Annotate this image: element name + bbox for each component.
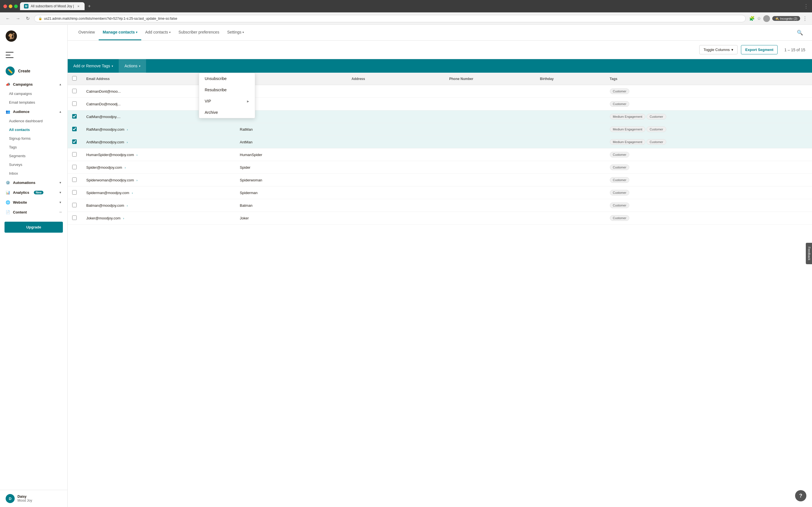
row-birthday (536, 123, 605, 136)
sidebar-item-all-contacts[interactable]: All contacts (0, 125, 67, 134)
table-row: CatmanDo@moodj...Customer (68, 98, 812, 110)
row-name: AntMan (236, 136, 347, 149)
row-tags: Customer (605, 186, 770, 199)
row-checkbox[interactable] (72, 114, 77, 119)
sidebar-item-segments[interactable]: Segments (0, 152, 67, 160)
toggle-columns-label: Toggle Columns (703, 48, 730, 52)
reload-button[interactable]: ↻ (25, 15, 31, 22)
automations-chevron: ▼ (59, 181, 62, 184)
bookmark-icon[interactable]: ☆ (757, 16, 761, 21)
tab-close-button[interactable]: ✕ (76, 4, 81, 8)
website-chevron: ▼ (59, 201, 62, 204)
row-expand-arrow[interactable]: › (122, 217, 124, 220)
sidebar-content-header[interactable]: 📄 Content ··· (0, 207, 67, 217)
nav-manage-contacts[interactable]: Manage contacts ▾ (99, 25, 141, 40)
content-chevron: ··· (59, 211, 62, 214)
select-all-checkbox[interactable] (72, 76, 77, 80)
sidebar-toggle-button[interactable] (0, 47, 67, 62)
audience-label: Audience (13, 110, 30, 114)
sidebar-item-inbox[interactable]: Inbox (0, 169, 67, 178)
search-button[interactable]: 🔍 (795, 27, 805, 38)
tag-badge: Customer (610, 215, 629, 221)
export-segment-button[interactable]: Export Segment (741, 45, 777, 54)
dropdown-item-archive[interactable]: Archive (199, 107, 255, 118)
browser-tab[interactable]: M All subscribers of Mood Joy | ✕ (20, 2, 85, 10)
table-container: Add or Remove Tags ▾ Actions ▾ Unsubscri… (68, 59, 812, 507)
row-checkbox[interactable] (72, 89, 77, 93)
row-phone (445, 98, 536, 110)
table-row: RatMan@moodjoy.com ›RatManMedium Engagem… (68, 123, 812, 136)
row-expand-arrow[interactable]: › (126, 204, 128, 207)
tag-badge: Customer (610, 177, 629, 183)
row-checkbox[interactable] (72, 216, 77, 220)
row-expand-arrow[interactable]: › (124, 166, 126, 169)
nav-add-contacts[interactable]: Add contacts ▾ (141, 25, 174, 40)
dropdown-item-vip[interactable]: VIP ▶ (199, 96, 255, 107)
row-checkbox[interactable] (72, 139, 77, 144)
feedback-tab[interactable]: Feedback (806, 243, 812, 264)
row-birthday (536, 186, 605, 199)
tag-badge: Customer (610, 203, 629, 208)
pagination-info: 1 – 15 of 15 (784, 48, 805, 52)
nav-overview[interactable]: Overview (74, 25, 99, 40)
row-checkbox[interactable] (72, 177, 77, 182)
minimize-window-button[interactable] (9, 4, 12, 8)
sidebar-campaigns-header[interactable]: 📣 Campaigns ▲ (0, 79, 67, 89)
row-extra (770, 123, 812, 136)
sidebar-audience-header[interactable]: 👥 Audience ▲ (0, 107, 67, 117)
sidebar-automations-header[interactable]: ⚙️ Automations ▼ (0, 178, 67, 187)
sidebar-item-signup-forms[interactable]: Signup forms (0, 134, 67, 143)
incognito-icon: 🕵️ (775, 17, 779, 20)
nav-subscriber-preferences[interactable]: Subscriber preferences (174, 25, 223, 40)
profile-icon (763, 15, 770, 22)
new-tab-button[interactable]: + (88, 4, 91, 9)
url-bar[interactable]: 🔒 us21.admin.mailchimp.com/lists/members… (34, 15, 746, 22)
add-remove-tags-button[interactable]: Add or Remove Tags ▾ (68, 59, 119, 73)
toggle-columns-button[interactable]: Toggle Columns ▾ (699, 45, 738, 54)
row-expand-arrow[interactable]: › (126, 128, 128, 131)
row-address (347, 149, 445, 161)
sidebar-website-header[interactable]: 🌐 Website ▼ (0, 198, 67, 207)
sidebar-item-email-templates[interactable]: Email templates (0, 98, 67, 107)
upgrade-button[interactable]: Upgrade (4, 222, 63, 233)
header-address: Address (347, 73, 445, 85)
row-expand-arrow[interactable]: › (136, 153, 138, 157)
row-name: Joker (236, 212, 347, 224)
browser-chrome: M All subscribers of Mood Joy | ✕ + ⋮ (0, 0, 812, 12)
sidebar-item-all-campaigns[interactable]: All campaigns (0, 89, 67, 98)
row-address (347, 174, 445, 186)
help-button[interactable]: ? (795, 490, 806, 501)
browser-menu-dots[interactable]: ⋮ (802, 15, 808, 22)
row-expand-arrow[interactable]: › (126, 140, 128, 144)
row-checkbox[interactable] (72, 190, 77, 194)
row-checkbox[interactable] (72, 203, 77, 207)
row-checkbox[interactable] (72, 165, 77, 169)
row-checkbox[interactable] (72, 152, 77, 157)
create-button[interactable]: ✏️ Create (0, 62, 67, 79)
back-button[interactable]: ← (4, 15, 11, 22)
user-info: Daisy Mood Joy (17, 495, 32, 503)
sidebar-item-audience-dashboard[interactable]: Audience dashboard (0, 117, 67, 125)
row-phone (445, 149, 536, 161)
row-expand-arrow[interactable]: › (136, 179, 138, 182)
row-checkbox[interactable] (72, 101, 77, 106)
forward-button[interactable]: → (15, 15, 21, 22)
row-tags: Medium EngagementCustomer (605, 136, 770, 149)
mailchimp-logo[interactable]: 🐒 (6, 31, 17, 42)
maximize-window-button[interactable] (14, 4, 18, 8)
sidebar-analytics-header[interactable]: 📊 Analytics New ▼ (0, 187, 67, 198)
campaigns-label: Campaigns (13, 82, 33, 87)
close-window-button[interactable] (3, 4, 7, 8)
row-checkbox[interactable] (72, 127, 77, 131)
dropdown-item-resubscribe[interactable]: Resubscribe (199, 84, 255, 96)
dropdown-item-unsubscribe[interactable]: Unsubscribe (199, 73, 255, 84)
table-row: CatmanDont@moo...Customer (68, 85, 812, 98)
incognito-badge: 🕵️ Incognito (2) (772, 16, 800, 21)
actions-button[interactable]: Actions ▾ (119, 59, 146, 73)
sidebar-item-surveys[interactable]: Surveys (0, 160, 67, 169)
row-expand-arrow[interactable]: › (131, 191, 133, 194)
nav-settings[interactable]: Settings ▾ (223, 25, 248, 40)
row-birthday (536, 212, 605, 224)
row-address (347, 186, 445, 199)
sidebar-item-tags[interactable]: Tags (0, 143, 67, 152)
